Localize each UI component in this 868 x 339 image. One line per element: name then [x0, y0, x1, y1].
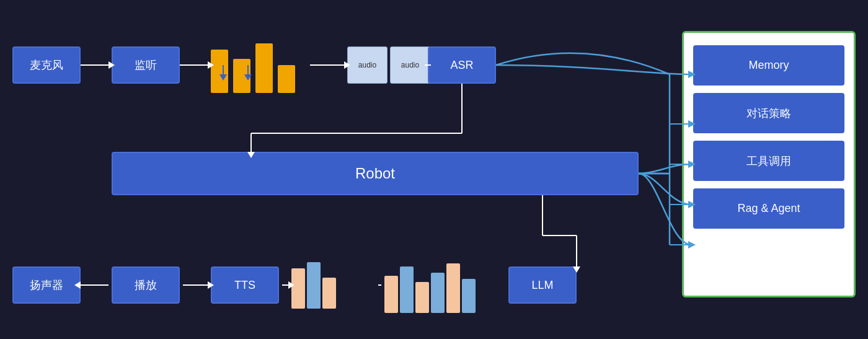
memory-label: Memory	[748, 59, 789, 72]
speaker-label: 扬声器	[30, 278, 63, 293]
audio-box-2: audio	[390, 46, 430, 84]
tool-call-label: 工具调用	[746, 154, 791, 169]
audio-label-2: audio	[401, 61, 419, 69]
llm-bar-3	[415, 282, 429, 313]
llm-box: LLM	[508, 266, 577, 304]
down-arrow-2	[244, 65, 252, 81]
diagram-container: 麦克风 监听 audio	[0, 0, 868, 339]
memory-box: Memory	[693, 45, 844, 86]
llm-queue	[384, 257, 476, 313]
asr-box: ASR	[428, 46, 496, 84]
audio-queue: audio audio	[347, 46, 430, 84]
yellow-bars	[211, 37, 295, 93]
main-flow: 麦克风 监听 audio	[0, 0, 868, 339]
tts-label: TTS	[234, 279, 255, 292]
rag-agent-box: Rag & Agent	[693, 188, 844, 229]
rag-agent-label: Rag & Agent	[737, 202, 800, 215]
audio-box-1: audio	[347, 46, 388, 84]
llm-bar-1	[384, 276, 398, 313]
audio-label-1: audio	[358, 61, 376, 69]
right-panel: Memory 对话策略 工具调用 Rag & Agent	[682, 31, 856, 297]
play-label: 播放	[135, 278, 157, 293]
tts-bar-group-1	[291, 262, 336, 309]
dialog-strategy-label: 对话策略	[746, 106, 791, 121]
monitor-label: 监听	[135, 58, 157, 73]
tts-bar-p1	[291, 268, 305, 309]
tts-out-queue	[291, 257, 336, 313]
tts-box: TTS	[211, 266, 279, 304]
yellow-bar-3	[255, 43, 273, 93]
tts-bar-b1	[307, 262, 321, 309]
dialog-strategy-box: 对话策略	[693, 93, 844, 133]
llm-bar-4	[431, 273, 445, 313]
mic-label: 麦克风	[30, 58, 63, 73]
monitor-box: 监听	[112, 46, 180, 84]
llm-label: LLM	[531, 279, 553, 292]
play-box: 播放	[112, 266, 180, 304]
llm-bar-5	[446, 263, 460, 313]
robot-box: Robot	[112, 152, 639, 195]
tts-bar-p2	[322, 278, 336, 309]
speaker-box: 扬声器	[12, 266, 81, 304]
down-arrow-1	[219, 65, 227, 81]
robot-label: Robot	[355, 165, 395, 182]
mic-box: 麦克风	[12, 46, 81, 84]
llm-bar-6	[462, 279, 476, 313]
yellow-bar-4	[278, 65, 295, 93]
llm-bar-2	[400, 266, 414, 313]
tool-call-box: 工具调用	[693, 141, 844, 181]
asr-label: ASR	[450, 59, 473, 72]
